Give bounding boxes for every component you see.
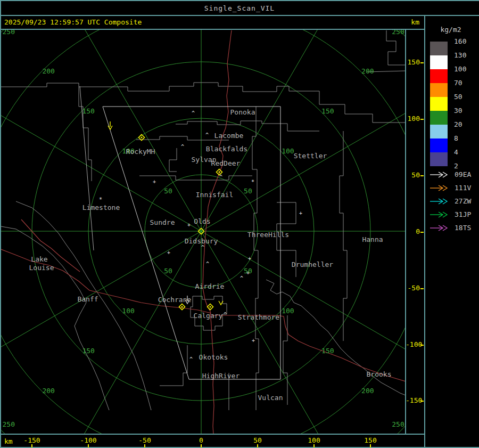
x-axis-tick bbox=[313, 444, 315, 447]
title-bar: Single_Scan_VIL bbox=[0, 1, 479, 15]
radial-line bbox=[52, 231, 201, 434]
point-marker: ^ bbox=[201, 245, 204, 250]
x-axis-tick bbox=[31, 444, 32, 447]
point-marker: ^ bbox=[181, 144, 184, 150]
ring-label: 100 bbox=[282, 147, 294, 155]
y-axis-tick-label: 100 bbox=[406, 115, 420, 123]
radar-map[interactable]: 5050505010010010010015015015015020020020… bbox=[1, 30, 405, 434]
city-label: Brooks bbox=[367, 370, 392, 378]
colorbar-swatch bbox=[430, 83, 448, 97]
x-axis-tick-label: 150 bbox=[359, 437, 382, 444]
y-axis-tick bbox=[420, 62, 424, 63]
point-marker: ^ bbox=[205, 132, 209, 138]
x-axis-tick bbox=[257, 444, 258, 447]
y-axis-tick-label: -100 bbox=[406, 341, 420, 348]
ring-label: 150 bbox=[82, 107, 94, 115]
track-id-label: 27ZW bbox=[455, 197, 479, 205]
app-window: Single_Scan_VIL 2025/09/23 12:59:57 UTC … bbox=[0, 0, 479, 448]
point-marker: ^ bbox=[240, 275, 243, 281]
ring-label: 50 bbox=[244, 187, 252, 195]
city-label: Olds bbox=[194, 217, 210, 225]
colorbar-swatch bbox=[430, 55, 448, 69]
x-axis-tick-label: 0 bbox=[190, 437, 212, 444]
city-label: Didsbury bbox=[185, 237, 218, 245]
map-bottom-border bbox=[0, 434, 424, 435]
city-label: Okotoks bbox=[199, 353, 228, 361]
radial-line bbox=[1, 231, 201, 380]
ring-label: 150 bbox=[321, 347, 334, 355]
colorbar-value: 8 bbox=[454, 134, 475, 142]
x-axis-tick-label: 100 bbox=[303, 437, 325, 444]
track-id-label: 09EA bbox=[455, 170, 479, 178]
point-marker: + bbox=[248, 256, 251, 262]
ring-label: 250 bbox=[2, 420, 14, 428]
x-axis-tick bbox=[370, 444, 371, 447]
track-id-label: 111V bbox=[455, 184, 479, 192]
colorbar-value: 130 bbox=[454, 51, 475, 59]
city-label: Drumheller bbox=[292, 260, 333, 268]
city-label: Blackfalds bbox=[206, 145, 247, 153]
city-label: Banff bbox=[77, 295, 98, 303]
y-axis-tick bbox=[420, 232, 424, 233]
colorbar-swatch bbox=[430, 97, 448, 111]
x-axis-tick bbox=[144, 444, 145, 447]
colorbar-value: 30 bbox=[454, 107, 475, 115]
city-label: Innisfail bbox=[196, 191, 233, 199]
city-label: Stettler bbox=[294, 152, 327, 160]
y-axis-tick-label: -150 bbox=[406, 397, 420, 404]
point-marker: + bbox=[187, 222, 191, 228]
x-axis-tick-label: -50 bbox=[134, 437, 156, 444]
radial-line bbox=[52, 30, 201, 231]
storm-cell-marker bbox=[179, 304, 185, 310]
point-marker: + bbox=[153, 179, 156, 185]
point-marker: ^ bbox=[224, 312, 227, 317]
point-marker: + bbox=[246, 270, 250, 276]
ring-label: 100 bbox=[122, 307, 134, 315]
city-labels: PonokaLacombeBlackfaldsSylvanRedDeerStet… bbox=[29, 108, 392, 402]
colorbar-value: 4 bbox=[454, 148, 475, 156]
track-arrow-icon bbox=[429, 211, 451, 218]
motion-arrow bbox=[219, 301, 223, 305]
y-axis-tick bbox=[420, 175, 424, 176]
x-axis-tick-label: -100 bbox=[77, 437, 100, 444]
timestamp: 2025/09/23 12:59:57 UTC Composite bbox=[4, 18, 142, 26]
track-arrow-icon bbox=[429, 171, 451, 178]
ring-label: 150 bbox=[321, 107, 334, 115]
city-label: RedDeer bbox=[211, 159, 241, 167]
ring-label: 200 bbox=[42, 387, 54, 395]
ring-label: 200 bbox=[361, 387, 374, 395]
point-marker: * bbox=[251, 179, 254, 185]
ring-label: 50 bbox=[164, 267, 172, 275]
window-title: Single_Scan_VIL bbox=[204, 4, 275, 12]
city-label: Louise bbox=[29, 264, 54, 272]
colorbar-value: 50 bbox=[454, 93, 475, 101]
x-axis-tick bbox=[88, 444, 89, 447]
y-axis-tick-label: 50 bbox=[406, 172, 420, 179]
y-axis-tick bbox=[420, 401, 424, 402]
track-arrow-icon bbox=[429, 224, 451, 232]
colorbar-value: 20 bbox=[454, 120, 475, 128]
city-label: Limestone bbox=[82, 203, 120, 211]
radial-line bbox=[201, 30, 350, 231]
y-axis-tick-label: -50 bbox=[406, 284, 420, 292]
colorbar-value: 160 bbox=[454, 37, 475, 45]
track-id-label: 31JP bbox=[455, 210, 479, 218]
ring-label: 200 bbox=[361, 67, 374, 75]
city-label: Ponoka bbox=[230, 108, 255, 116]
city-label: HighRiver bbox=[202, 372, 240, 380]
x-axis-tick bbox=[201, 444, 202, 447]
point-marker: * bbox=[99, 197, 102, 202]
city-label: Strathmore bbox=[238, 313, 279, 321]
x-axis-unit: km bbox=[4, 437, 13, 445]
colorbar-swatch bbox=[430, 42, 448, 55]
track-id-label: 18TS bbox=[455, 224, 479, 232]
city-label: Lake bbox=[31, 255, 47, 263]
ring-label: 150 bbox=[82, 347, 94, 355]
ring-label: 100 bbox=[282, 307, 294, 315]
y-axis-tick bbox=[420, 345, 424, 346]
city-label: RockyMH bbox=[126, 148, 155, 156]
city-label: Calgary bbox=[194, 312, 223, 320]
y-axis-tick bbox=[420, 119, 424, 120]
panel-left-border bbox=[424, 16, 425, 448]
ring-label: 250 bbox=[392, 30, 404, 36]
